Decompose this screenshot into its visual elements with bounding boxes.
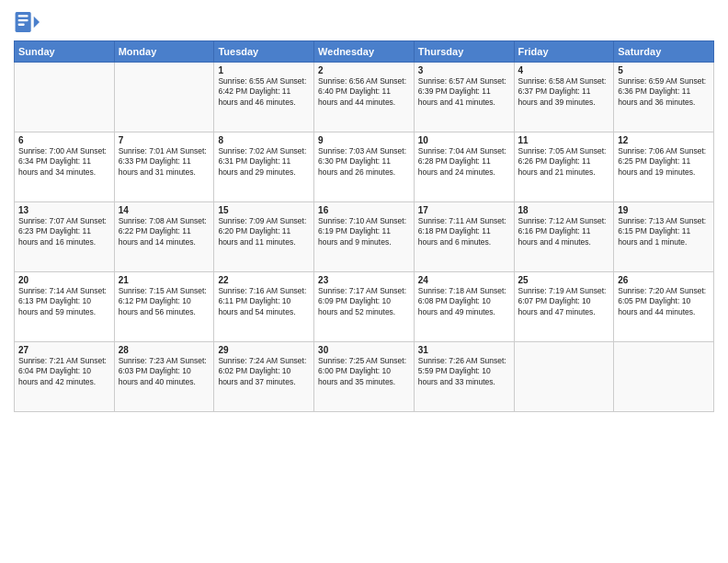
day-cell: 13Sunrise: 7:07 AM Sunset: 6:23 PM Dayli… [15,202,115,272]
day-number: 24 [418,275,510,285]
day-cell [614,342,714,412]
svg-rect-3 [18,24,25,26]
header-cell-tuesday: Tuesday [214,41,314,63]
day-number: 5 [618,65,710,75]
week-row-3: 20Sunrise: 7:14 AM Sunset: 6:13 PM Dayli… [15,272,714,342]
header-cell-thursday: Thursday [414,41,514,63]
day-info: Sunrise: 7:11 AM Sunset: 6:18 PM Dayligh… [418,216,510,247]
day-number: 28 [119,345,210,355]
day-number: 7 [119,135,210,145]
day-info: Sunrise: 7:06 AM Sunset: 6:25 PM Dayligh… [618,146,710,178]
day-info: Sunrise: 7:14 AM Sunset: 6:13 PM Dayligh… [18,286,110,317]
day-info: Sunrise: 7:02 AM Sunset: 6:31 PM Dayligh… [218,146,310,178]
day-number: 30 [318,345,410,355]
day-cell: 21Sunrise: 7:15 AM Sunset: 6:12 PM Dayli… [114,272,214,342]
day-cell: 12Sunrise: 7:06 AM Sunset: 6:25 PM Dayli… [614,132,714,202]
day-cell: 18Sunrise: 7:12 AM Sunset: 6:16 PM Dayli… [514,202,614,272]
day-number: 10 [418,135,510,145]
day-info: Sunrise: 7:05 AM Sunset: 6:26 PM Dayligh… [518,146,610,178]
day-cell: 17Sunrise: 7:11 AM Sunset: 6:18 PM Dayli… [414,202,514,272]
day-info: Sunrise: 7:18 AM Sunset: 6:08 PM Dayligh… [418,286,510,317]
week-row-2: 13Sunrise: 7:07 AM Sunset: 6:23 PM Dayli… [15,202,714,272]
day-number: 3 [418,65,510,75]
day-info: Sunrise: 7:21 AM Sunset: 6:04 PM Dayligh… [18,356,110,387]
day-number: 16 [318,205,410,215]
day-number: 29 [218,345,310,355]
calendar-page: SundayMondayTuesdayWednesdayThursdayFrid… [0,0,728,563]
header-row: SundayMondayTuesdayWednesdayThursdayFrid… [15,41,714,63]
day-info: Sunrise: 6:56 AM Sunset: 6:40 PM Dayligh… [318,76,410,108]
day-info: Sunrise: 7:07 AM Sunset: 6:23 PM Dayligh… [18,216,110,247]
day-info: Sunrise: 7:00 AM Sunset: 6:34 PM Dayligh… [18,146,110,178]
day-number: 12 [618,135,710,145]
day-cell: 30Sunrise: 7:25 AM Sunset: 6:00 PM Dayli… [314,342,415,412]
day-cell: 23Sunrise: 7:17 AM Sunset: 6:09 PM Dayli… [314,272,415,342]
calendar-table: SundayMondayTuesdayWednesdayThursdayFrid… [14,40,714,412]
day-info: Sunrise: 7:17 AM Sunset: 6:09 PM Dayligh… [318,286,410,317]
day-cell: 11Sunrise: 7:05 AM Sunset: 6:26 PM Dayli… [514,132,614,202]
day-info: Sunrise: 6:55 AM Sunset: 6:42 PM Dayligh… [218,76,310,108]
day-cell: 1Sunrise: 6:55 AM Sunset: 6:42 PM Daylig… [214,63,314,132]
day-number: 15 [218,205,310,215]
day-number: 1 [218,65,310,75]
day-number: 27 [18,345,110,355]
header-cell-friday: Friday [514,41,614,63]
day-number: 25 [518,275,610,285]
day-number: 14 [119,205,210,215]
day-cell: 3Sunrise: 6:57 AM Sunset: 6:39 PM Daylig… [414,63,514,132]
svg-marker-4 [34,17,40,28]
day-info: Sunrise: 7:12 AM Sunset: 6:16 PM Dayligh… [518,216,610,247]
day-cell: 15Sunrise: 7:09 AM Sunset: 6:20 PM Dayli… [214,202,314,272]
day-number: 8 [218,135,310,145]
svg-rect-1 [18,15,28,17]
day-cell [514,342,614,412]
day-info: Sunrise: 7:04 AM Sunset: 6:28 PM Dayligh… [418,146,510,178]
day-cell: 27Sunrise: 7:21 AM Sunset: 6:04 PM Dayli… [15,342,115,412]
day-cell: 14Sunrise: 7:08 AM Sunset: 6:22 PM Dayli… [114,202,214,272]
day-number: 4 [518,65,610,75]
day-info: Sunrise: 6:58 AM Sunset: 6:37 PM Dayligh… [518,76,610,108]
day-cell: 22Sunrise: 7:16 AM Sunset: 6:11 PM Dayli… [214,272,314,342]
day-cell: 16Sunrise: 7:10 AM Sunset: 6:19 PM Dayli… [314,202,415,272]
day-info: Sunrise: 7:01 AM Sunset: 6:33 PM Dayligh… [119,146,210,178]
day-info: Sunrise: 7:10 AM Sunset: 6:19 PM Dayligh… [318,216,410,247]
day-cell: 8Sunrise: 7:02 AM Sunset: 6:31 PM Daylig… [214,132,314,202]
day-info: Sunrise: 7:15 AM Sunset: 6:12 PM Dayligh… [119,286,210,317]
day-cell: 29Sunrise: 7:24 AM Sunset: 6:02 PM Dayli… [214,342,314,412]
day-info: Sunrise: 6:59 AM Sunset: 6:36 PM Dayligh… [618,76,710,108]
day-number: 21 [119,275,210,285]
header-cell-saturday: Saturday [614,41,714,63]
day-info: Sunrise: 6:57 AM Sunset: 6:39 PM Dayligh… [418,76,510,108]
day-cell: 6Sunrise: 7:00 AM Sunset: 6:34 PM Daylig… [15,132,115,202]
day-info: Sunrise: 7:09 AM Sunset: 6:20 PM Dayligh… [218,216,310,247]
day-number: 17 [418,205,510,215]
day-number: 26 [618,275,710,285]
day-cell: 25Sunrise: 7:19 AM Sunset: 6:07 PM Dayli… [514,272,614,342]
day-cell: 4Sunrise: 6:58 AM Sunset: 6:37 PM Daylig… [514,63,614,132]
svg-rect-2 [18,19,28,21]
day-number: 11 [518,135,610,145]
header-cell-sunday: Sunday [15,41,115,63]
day-info: Sunrise: 7:13 AM Sunset: 6:15 PM Dayligh… [618,216,710,247]
day-cell [114,63,214,132]
header-cell-monday: Monday [114,41,214,63]
day-cell: 20Sunrise: 7:14 AM Sunset: 6:13 PM Dayli… [15,272,115,342]
day-cell: 19Sunrise: 7:13 AM Sunset: 6:15 PM Dayli… [614,202,714,272]
week-row-4: 27Sunrise: 7:21 AM Sunset: 6:04 PM Dayli… [15,342,714,412]
day-cell: 28Sunrise: 7:23 AM Sunset: 6:03 PM Dayli… [114,342,214,412]
day-info: Sunrise: 7:20 AM Sunset: 6:05 PM Dayligh… [618,286,710,317]
day-info: Sunrise: 7:23 AM Sunset: 6:03 PM Dayligh… [119,356,210,387]
day-info: Sunrise: 7:24 AM Sunset: 6:02 PM Dayligh… [218,356,310,387]
week-row-1: 6Sunrise: 7:00 AM Sunset: 6:34 PM Daylig… [15,132,714,202]
day-number: 23 [318,275,410,285]
day-number: 31 [418,345,510,355]
day-number: 22 [218,275,310,285]
day-number: 20 [18,275,110,285]
day-cell: 2Sunrise: 6:56 AM Sunset: 6:40 PM Daylig… [314,63,415,132]
day-cell: 24Sunrise: 7:18 AM Sunset: 6:08 PM Dayli… [414,272,514,342]
logo-icon [14,9,40,35]
day-number: 13 [18,205,110,215]
day-number: 6 [18,135,110,145]
day-number: 18 [518,205,610,215]
day-info: Sunrise: 7:26 AM Sunset: 5:59 PM Dayligh… [418,356,510,387]
